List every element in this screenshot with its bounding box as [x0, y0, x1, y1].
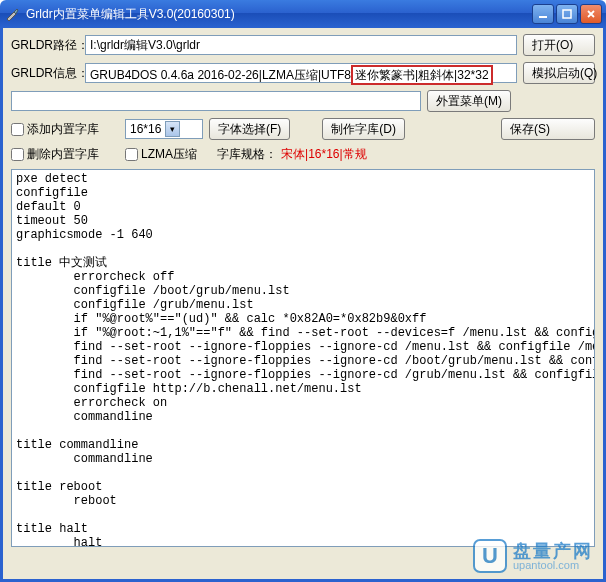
chevron-down-icon[interactable]: ▾ [165, 121, 180, 137]
app-icon [4, 6, 20, 22]
simulate-button[interactable]: 模拟启动(Q) [523, 62, 595, 84]
minimize-button[interactable] [532, 4, 554, 24]
font-select-button[interactable]: 字体选择(F) [209, 118, 290, 140]
add-font-checkbox[interactable]: 添加内置字库 [11, 121, 99, 138]
watermark-line2: upantool.com [513, 560, 593, 571]
menu-input[interactable] [11, 91, 421, 111]
info-field: GRUB4DOS 0.4.6a 2016-02-26|LZMA压缩|UTF8迷你… [85, 63, 517, 83]
del-font-check[interactable] [11, 148, 24, 161]
save-button[interactable]: 保存(S) [501, 118, 595, 140]
close-button[interactable] [580, 4, 602, 24]
client-area: GRLDR路径： 打开(O) GRLDR信息： GRUB4DOS 0.4.6a … [0, 28, 606, 582]
path-input[interactable] [85, 35, 517, 55]
path-label: GRLDR路径： [11, 37, 79, 54]
info-label: GRLDR信息： [11, 65, 79, 82]
del-font-label: 删除内置字库 [27, 146, 99, 163]
maximize-button[interactable] [556, 4, 578, 24]
make-font-button[interactable]: 制作字库(D) [322, 118, 405, 140]
lzma-check[interactable] [125, 148, 138, 161]
window-title: Grldr内置菜单编辑工具V3.0(20160301) [26, 6, 532, 23]
fontsize-combo[interactable]: 16*16 ▾ [125, 119, 203, 139]
window-controls [532, 4, 602, 24]
spec-label: 字库规格： [217, 146, 277, 163]
add-font-label: 添加内置字库 [27, 121, 99, 138]
info-highlight: 迷你繁篆书|粗斜体|32*32 [355, 67, 489, 84]
external-menu-button[interactable]: 外置菜单(M) [427, 90, 511, 112]
svg-rect-1 [563, 10, 571, 18]
del-font-checkbox[interactable]: 删除内置字库 [11, 146, 99, 163]
svg-rect-0 [539, 16, 547, 18]
open-button[interactable]: 打开(O) [523, 34, 595, 56]
info-prefix: GRUB4DOS 0.4.6a 2016-02-26|LZMA压缩|UTF8 [90, 68, 351, 82]
lzma-checkbox[interactable]: LZMA压缩 [125, 146, 197, 163]
font-spec: 字库规格： 宋体|16*16|常规 [217, 146, 367, 163]
lzma-label: LZMA压缩 [141, 146, 197, 163]
spec-value: 宋体|16*16|常规 [281, 146, 367, 163]
info-highlight-box: 迷你繁篆书|粗斜体|32*32 [351, 65, 493, 85]
titlebar: Grldr内置菜单编辑工具V3.0(20160301) [0, 0, 606, 28]
fontsize-value: 16*16 [130, 122, 161, 136]
menu-editor[interactable] [11, 169, 595, 547]
add-font-check[interactable] [11, 123, 24, 136]
